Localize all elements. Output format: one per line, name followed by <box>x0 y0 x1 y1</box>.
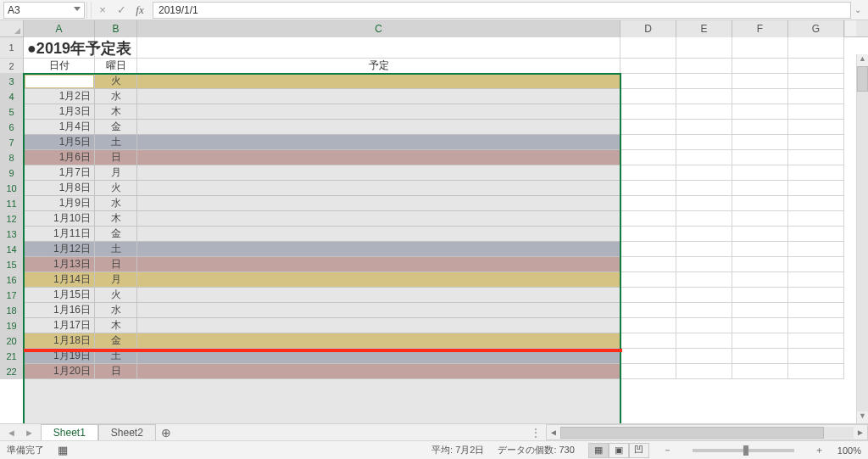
cell-g4[interactable] <box>788 89 844 104</box>
row-7[interactable]: 71月5日土 <box>0 135 868 150</box>
row-4[interactable]: 41月2日水 <box>0 89 868 104</box>
cell-d1[interactable] <box>620 37 676 59</box>
vscroll-track[interactable] <box>857 66 868 411</box>
row-header-14[interactable]: 14 <box>0 242 24 257</box>
tab-nav-prev-icon[interactable]: ◄ <box>7 428 16 438</box>
cell-d14[interactable] <box>620 242 676 257</box>
cell-f11[interactable] <box>732 196 788 211</box>
cell-f14[interactable] <box>732 242 788 257</box>
cell-c19[interactable] <box>137 318 620 333</box>
row-10[interactable]: 101月8日火 <box>0 181 868 196</box>
cell-c5[interactable] <box>137 104 620 120</box>
row-13[interactable]: 131月11日金 <box>0 227 868 242</box>
row-17[interactable]: 171月15日火 <box>0 288 868 303</box>
row-16[interactable]: 161月14日月 <box>0 272 868 288</box>
cell-b13[interactable]: 金 <box>95 227 137 242</box>
cell-c8[interactable] <box>137 150 620 165</box>
row-header-15[interactable]: 15 <box>0 257 24 272</box>
cell-d2[interactable] <box>620 59 676 74</box>
macro-record-icon[interactable]: ▦ <box>58 444 68 456</box>
col-header-g[interactable]: G <box>788 20 844 37</box>
cell-e5[interactable] <box>676 104 732 120</box>
cell-a13[interactable]: 1月11日 <box>24 227 95 242</box>
cell-e21[interactable] <box>676 349 732 364</box>
row-18[interactable]: 181月16日水 <box>0 303 868 318</box>
cell-c3[interactable] <box>137 74 620 89</box>
view-page-layout-icon[interactable]: ▣ <box>609 443 629 458</box>
cell-f21[interactable] <box>732 349 788 364</box>
cell-c14[interactable] <box>137 242 620 257</box>
row-header-9[interactable]: 9 <box>0 165 24 181</box>
row-header-22[interactable]: 22 <box>0 364 24 379</box>
cell-c7[interactable] <box>137 135 620 150</box>
view-page-break-icon[interactable]: 凹 <box>629 443 649 458</box>
cell-c10[interactable] <box>137 181 620 196</box>
cell-f13[interactable] <box>732 227 788 242</box>
cell-a10[interactable]: 1月8日 <box>24 181 95 196</box>
vscroll-thumb[interactable] <box>857 66 868 92</box>
chevron-down-icon[interactable] <box>74 7 81 14</box>
cell-e15[interactable] <box>676 257 732 272</box>
row-header-16[interactable]: 16 <box>0 272 24 288</box>
grid-body[interactable]: 1 ●2019年予定表 2 日付 曜日 予定 31月1日火41月2日水51月3日… <box>0 37 868 423</box>
cell-d18[interactable] <box>620 303 676 318</box>
row-header-13[interactable]: 13 <box>0 227 24 242</box>
cell-c12[interactable] <box>137 211 620 227</box>
cell-f22[interactable] <box>732 364 788 379</box>
zoom-slider[interactable] <box>693 449 794 452</box>
row-20[interactable]: 201月18日金 <box>0 333 868 349</box>
row-header-2[interactable]: 2 <box>0 59 24 74</box>
cell-e1[interactable] <box>676 37 732 59</box>
cell-c22[interactable] <box>137 364 620 379</box>
confirm-button[interactable]: ✓ <box>112 2 131 19</box>
cell-a4[interactable]: 1月2日 <box>24 89 95 104</box>
cell-c4[interactable] <box>137 89 620 104</box>
cell-d8[interactable] <box>620 150 676 165</box>
cell-d17[interactable] <box>620 288 676 303</box>
cell-a7[interactable]: 1月5日 <box>24 135 95 150</box>
vertical-scrollbar[interactable]: ▲ ▼ <box>856 54 868 423</box>
tab-sheet2[interactable]: Sheet2 <box>98 424 156 440</box>
row-header-6[interactable]: 6 <box>0 120 24 135</box>
cell-b6[interactable]: 金 <box>95 120 137 135</box>
row-11[interactable]: 111月9日水 <box>0 196 868 211</box>
cell-e6[interactable] <box>676 120 732 135</box>
row-header-8[interactable]: 8 <box>0 150 24 165</box>
expand-formula-bar-icon[interactable]: ⌄ <box>851 2 865 19</box>
row-header-12[interactable]: 12 <box>0 211 24 227</box>
cell-c13[interactable] <box>137 227 620 242</box>
row-header-17[interactable]: 17 <box>0 288 24 303</box>
select-all-corner[interactable] <box>0 20 24 37</box>
cell-g9[interactable] <box>788 165 844 181</box>
cell-g12[interactable] <box>788 211 844 227</box>
col-header-e[interactable]: E <box>676 20 732 37</box>
header-date[interactable]: 日付 <box>24 59 95 74</box>
cell-e20[interactable] <box>676 333 732 349</box>
cell-f3[interactable] <box>732 74 788 89</box>
row-8[interactable]: 81月6日日 <box>0 150 868 165</box>
cell-f4[interactable] <box>732 89 788 104</box>
cell-b3[interactable]: 火 <box>95 74 137 89</box>
cell-g3[interactable] <box>788 74 844 89</box>
cell-a5[interactable]: 1月3日 <box>24 104 95 120</box>
row-header-4[interactable]: 4 <box>0 89 24 104</box>
cell-e19[interactable] <box>676 318 732 333</box>
hscroll-thumb[interactable] <box>560 427 824 439</box>
cell-e10[interactable] <box>676 181 732 196</box>
cell-g13[interactable] <box>788 227 844 242</box>
zoom-in-button[interactable]: ＋ <box>815 444 824 456</box>
zoom-knob[interactable] <box>743 445 748 456</box>
scroll-down-icon[interactable]: ▼ <box>857 411 868 423</box>
row-14[interactable]: 141月12日土 <box>0 242 868 257</box>
zoom-out-button[interactable]: － <box>663 444 672 456</box>
cell-b17[interactable]: 火 <box>95 288 137 303</box>
cell-g18[interactable] <box>788 303 844 318</box>
cell-e4[interactable] <box>676 89 732 104</box>
fx-button[interactable]: fx <box>131 2 149 19</box>
cell-e2[interactable] <box>676 59 732 74</box>
cell-b22[interactable]: 日 <box>95 364 137 379</box>
cell-f20[interactable] <box>732 333 788 349</box>
horizontal-scrollbar[interactable]: ◄ ► <box>546 424 868 440</box>
cell-b9[interactable]: 月 <box>95 165 137 181</box>
col-header-a[interactable]: A <box>24 20 95 37</box>
